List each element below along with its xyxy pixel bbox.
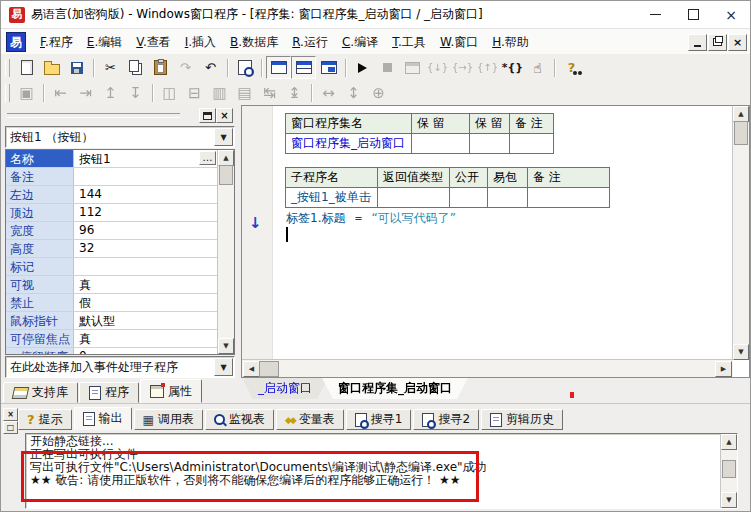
panel-tab-program[interactable]: 程序 [79,382,139,403]
object-selector-dropdown-button[interactable]: ▼ [214,128,233,146]
property-row[interactable]: 可停留焦点真 [6,330,217,348]
cell[interactable] [378,188,450,208]
bottom-tab-clip-history[interactable]: 剪辑历史 [481,409,563,430]
scroll-left-icon[interactable]: ◀ [243,361,260,377]
scrollbar-thumb[interactable] [722,460,736,478]
property-row[interactable]: 高度32 [6,240,217,258]
bottom-tab-call-table[interactable]: ▦调用表 [134,409,203,430]
code-tab-startup-window[interactable]: _启动窗口 [242,378,328,399]
scroll-up-icon[interactable]: ▲ [218,150,234,166]
panel-tab-support-libraries[interactable]: 支持库 [3,382,78,403]
close-button[interactable]: × [712,1,750,28]
property-row[interactable]: 宽度96 [6,222,217,240]
menu-h[interactable]: H.帮助 [485,31,536,54]
property-row[interactable]: 禁止假 [6,294,217,312]
view-code-button[interactable] [316,56,341,79]
scrollbar-thumb[interactable] [259,361,279,377]
bottom-tab-search-1[interactable]: 搜寻1 [346,409,412,430]
code-vertical-scrollbar[interactable]: ▲ ▼ [732,106,749,360]
cell[interactable] [450,188,488,208]
scroll-up-icon[interactable]: ▲ [721,434,737,450]
scrollbar-thumb[interactable] [734,121,748,145]
scrollbar-thumb[interactable] [219,165,233,185]
find-button[interactable] [232,56,257,79]
property-value[interactable]: 按钮1 [74,150,217,167]
help-search-button[interactable]: ? [559,56,584,79]
new-file-button[interactable] [14,56,39,79]
undo-button[interactable]: ↶ [198,56,223,79]
panel-maximize-button[interactable] [199,108,216,123]
menu-v[interactable]: V.查看 [129,31,178,54]
property-value[interactable]: 默认型 [74,312,217,329]
mdi-minimize-button[interactable] [688,34,707,51]
pause-button[interactable]: ☝ [525,56,550,79]
bottom-tab-watch-table[interactable]: 监视表 [205,409,274,430]
property-row[interactable]: 停留顺序0 [6,348,217,355]
event-handler-combobox[interactable]: 在此处选择加入事件处理子程序 ▼ [5,356,235,378]
view-form-button[interactable] [266,56,291,79]
event-handler-dropdown-button[interactable]: ▼ [214,358,233,376]
bottom-tab-hint[interactable]: ?提示 [18,409,72,430]
toggle-breakpoint-button[interactable]: *{} [500,56,525,79]
cut-button[interactable]: ✂ [98,56,123,79]
property-value[interactable]: 假 [74,294,217,311]
panel-close-button[interactable]: × [216,108,233,123]
property-value[interactable]: 112 [74,204,217,221]
paste-button[interactable] [148,56,173,79]
output-scrollbar[interactable]: ▲ ▼ [720,434,737,508]
toolbar-grip[interactable] [5,84,10,102]
menu-c[interactable]: C.编译 [335,31,385,54]
menu-w[interactable]: W.窗口 [433,31,485,54]
menu-f[interactable]: F.程序 [33,31,80,54]
menu-b[interactable]: B.数据库 [223,31,285,54]
bottom-tab-variable-table[interactable]: ◆◆变量表 [276,409,344,430]
save-file-button[interactable] [64,56,89,79]
toolbar-grip[interactable] [5,59,10,77]
property-value[interactable]: 32 [74,240,217,257]
property-grid-scrollbar[interactable]: ▲ ▼ [217,150,234,354]
code-editor[interactable]: ↓ 窗口程序集名保 留保 留备 注窗口程序集_启动窗口 子程序名返回值类型公开易… [241,105,750,378]
cell[interactable] [412,134,470,154]
maximize-button[interactable] [674,1,712,28]
property-value[interactable]: 144 [74,186,217,203]
scroll-down-icon[interactable]: ▼ [733,344,749,360]
property-value[interactable]: 96 [74,222,217,239]
property-row[interactable]: 左边144 [6,186,217,204]
scroll-down-icon[interactable]: ▼ [218,338,234,354]
scroll-right-icon[interactable]: ▶ [715,361,732,377]
property-value[interactable]: 0 [74,348,217,355]
cell[interactable] [510,134,554,154]
property-row[interactable]: 标记 [6,258,217,276]
ellipsis-button[interactable]: … [199,151,216,165]
cell[interactable]: 窗口程序集_启动窗口 [286,134,412,154]
copy-button[interactable] [123,56,148,79]
panel-dock-header[interactable]: × [1,105,236,123]
cell[interactable] [488,188,528,208]
scroll-up-icon[interactable]: ▲ [733,106,749,122]
property-row[interactable]: 备注 [6,168,217,186]
bottom-tab-search-2[interactable]: 搜寻2 [413,409,479,430]
property-value[interactable]: 真 [74,276,217,293]
code-tab-window-program-set[interactable]: 窗口程序集_启动窗口 [322,378,468,399]
menu-e[interactable]: E.编辑 [80,31,129,54]
output-panel-maximize-button[interactable]: □ [3,421,18,434]
property-row[interactable]: 鼠标指针默认型 [6,312,217,330]
panel-tab-properties[interactable]: 属性 [140,379,202,403]
cell[interactable] [470,134,510,154]
menu-t[interactable]: T.工具 [385,31,433,54]
property-value[interactable] [74,168,217,185]
minimize-button[interactable] [636,1,674,28]
property-value[interactable] [74,258,217,275]
mdi-restore-button[interactable] [708,34,727,51]
mdi-child-icon[interactable]: 易 [6,32,26,52]
cell[interactable]: _按钮1_被单击 [286,188,378,208]
run-button[interactable] [350,56,375,79]
property-row[interactable]: 顶边112 [6,204,217,222]
scroll-down-icon[interactable]: ▼ [721,492,737,508]
menu-r[interactable]: R.运行 [285,31,335,54]
code-horizontal-scrollbar[interactable]: ◀ ▶ [242,359,733,377]
property-row[interactable]: 可视真 [6,276,217,294]
mdi-close-button[interactable]: × [728,34,747,51]
output-panel-close-button[interactable]: × [3,408,18,421]
open-file-button[interactable] [39,56,64,79]
